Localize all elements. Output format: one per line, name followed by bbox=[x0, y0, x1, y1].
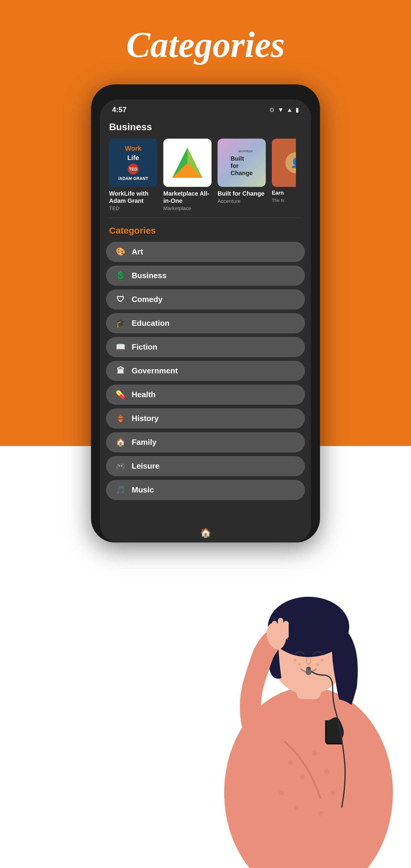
category-item-music[interactable]: 🎵 Music bbox=[106, 480, 305, 500]
podcast-thumbnail-builtforchange: accenture BuiltforChange bbox=[218, 138, 266, 187]
svg-point-20 bbox=[306, 669, 312, 675]
category-label-comedy: Comedy bbox=[132, 295, 163, 304]
podcast-title-builtforchange: Built for Change bbox=[218, 190, 266, 197]
art-icon: 🎨 bbox=[115, 247, 126, 256]
svg-point-23 bbox=[312, 751, 317, 756]
category-label-fiction: Fiction bbox=[132, 342, 157, 352]
podcast-card-marketplace[interactable]: Marketplace All-in-One Marketplace bbox=[163, 138, 212, 212]
category-label-leisure: Leisure bbox=[132, 461, 160, 471]
svg-point-22 bbox=[300, 775, 305, 780]
podcast-author-builtforchange: Accenture bbox=[218, 198, 266, 204]
location-icon: ⊙ bbox=[270, 106, 275, 113]
page-title: Categories bbox=[126, 24, 285, 66]
category-label-health: Health bbox=[132, 390, 156, 399]
phone-frame: 4:57 ⊙ ▼ ▲ ▮ Business Work bbox=[91, 84, 320, 542]
podcast-author-worklife: TED bbox=[109, 206, 157, 212]
phone-screen: 4:57 ⊙ ▼ ▲ ▮ Business Work bbox=[100, 99, 311, 542]
category-item-education[interactable]: 🎓 Education bbox=[106, 313, 305, 333]
category-label-family: Family bbox=[132, 438, 156, 447]
svg-point-9 bbox=[293, 658, 296, 661]
wifi-icon: ▼ bbox=[278, 106, 284, 113]
phone-inner: 4:57 ⊙ ▼ ▲ ▮ Business Work bbox=[91, 84, 320, 542]
status-bar: 4:57 ⊙ ▼ ▲ ▮ bbox=[100, 99, 311, 117]
podcast-author-earn: The N bbox=[272, 198, 296, 203]
category-item-leisure[interactable]: 🎮 Leisure bbox=[106, 456, 305, 476]
svg-rect-16 bbox=[283, 621, 289, 639]
signal-icon: ▲ bbox=[287, 106, 292, 113]
category-item-business[interactable]: 💲 Business bbox=[106, 266, 305, 286]
category-item-fiction[interactable]: 📖 Fiction bbox=[106, 337, 305, 357]
podcast-thumbnail-earn: 👤 bbox=[272, 138, 296, 187]
status-time: 4:57 bbox=[112, 105, 127, 114]
business-icon: 💲 bbox=[115, 271, 126, 280]
svg-rect-15 bbox=[278, 618, 283, 639]
svg-point-28 bbox=[318, 811, 323, 816]
category-list: 🎨 Art 💲 Business 🛡 Comedy 🎓 Education 📖 bbox=[100, 242, 311, 500]
podcast-card-earn[interactable]: 👤 Earn The N bbox=[272, 138, 296, 212]
education-icon: 🎓 bbox=[115, 318, 126, 328]
podcast-thumbnail-marketplace bbox=[163, 138, 212, 187]
leisure-icon: 🎮 bbox=[115, 461, 126, 471]
health-icon: 💊 bbox=[115, 390, 126, 399]
category-label-education: Education bbox=[132, 318, 170, 328]
podcast-thumbnail-worklife: Work Life TED /ADAM GRANT bbox=[109, 138, 157, 187]
podcast-card-builtforchange[interactable]: accenture BuiltforChange Built for Chang… bbox=[218, 138, 266, 212]
woman-illustration bbox=[206, 536, 411, 868]
podcast-card-worklife[interactable]: Work Life TED /ADAM GRANT WorkLife with … bbox=[109, 138, 157, 212]
category-item-health[interactable]: 💊 Health bbox=[106, 384, 305, 405]
section-divider bbox=[109, 218, 302, 218]
podcast-author-marketplace: Marketplace bbox=[163, 206, 212, 212]
category-item-government[interactable]: 🏛 Government bbox=[106, 361, 305, 381]
status-icons: ⊙ ▼ ▲ ▮ bbox=[270, 106, 299, 113]
svg-point-24 bbox=[324, 769, 329, 774]
svg-point-26 bbox=[330, 790, 335, 795]
svg-point-12 bbox=[316, 663, 319, 666]
svg-point-25 bbox=[279, 790, 284, 795]
category-item-history[interactable]: 🏺 History bbox=[106, 408, 305, 429]
category-label-music: Music bbox=[132, 485, 154, 495]
svg-point-21 bbox=[288, 760, 293, 765]
svg-point-10 bbox=[321, 658, 324, 661]
podcast-title-worklife: WorkLife with Adam Grant bbox=[109, 190, 157, 204]
category-label-history: History bbox=[132, 414, 159, 423]
podcast-title-marketplace: Marketplace All-in-One bbox=[163, 190, 212, 204]
svg-point-11 bbox=[298, 663, 301, 666]
svg-rect-14 bbox=[272, 621, 277, 639]
category-label-art: Art bbox=[132, 247, 143, 256]
category-label-business: Business bbox=[132, 271, 167, 280]
podcast-title-earn: Earn bbox=[272, 190, 296, 196]
podcasts-scroll[interactable]: Work Life TED /ADAM GRANT WorkLife with … bbox=[100, 135, 311, 218]
category-item-comedy[interactable]: 🛡 Comedy bbox=[106, 289, 305, 310]
categories-heading: Categories bbox=[100, 224, 311, 242]
svg-point-27 bbox=[294, 805, 299, 810]
category-item-family[interactable]: 🏠 Family bbox=[106, 432, 305, 453]
history-icon: 🏺 bbox=[115, 414, 126, 423]
comedy-icon: 🛡 bbox=[115, 295, 126, 304]
fiction-icon: 📖 bbox=[115, 342, 126, 352]
category-item-art[interactable]: 🎨 Art bbox=[106, 242, 305, 262]
category-label-government: Government bbox=[132, 366, 178, 375]
business-section-header: Business bbox=[100, 117, 311, 135]
family-icon: 🏠 bbox=[115, 438, 126, 447]
battery-icon: ▮ bbox=[295, 106, 299, 113]
music-icon: 🎵 bbox=[115, 485, 126, 495]
government-icon: 🏛 bbox=[115, 366, 126, 375]
